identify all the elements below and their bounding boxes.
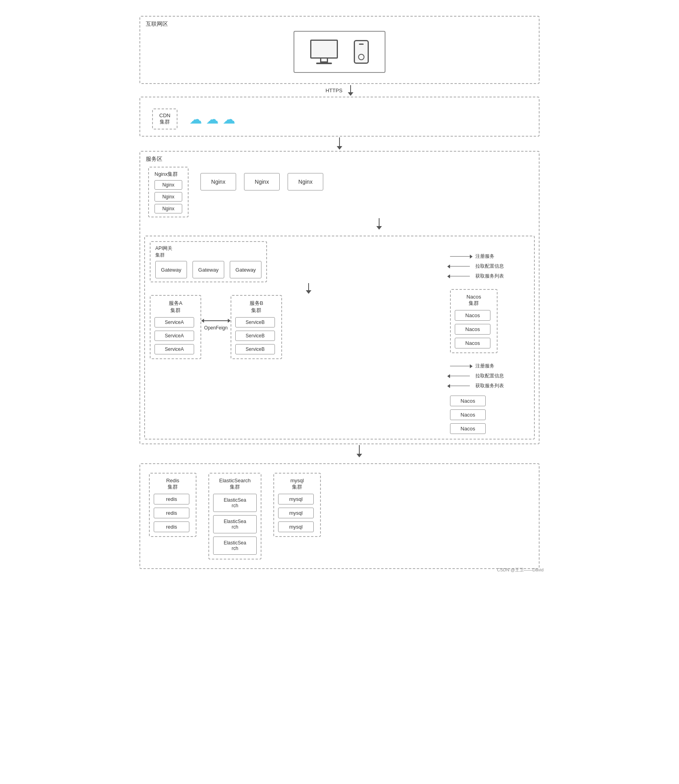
conn-label-5: 拉取配置信息 [475,373,504,379]
es-3: ElasticSearch [213,537,257,555]
conn-label-6: 获取服务列表 [475,382,504,389]
es-1: ElasticSearch [213,494,257,512]
cdn-to-service-arrow [139,137,540,150]
cdn-zone: CDN 集群 ☁ ☁ ☁ [139,97,540,137]
mysql-cluster: mysql 集群 mysql mysql mysql [273,473,321,537]
https-arrow [348,85,353,96]
of-arrow-left [201,319,204,323]
conn-label-4: 注册服务 [475,363,494,369]
openfeign-arrow [201,319,231,323]
s-db-arrow-wrap [357,445,362,458]
cdn-content: CDN 集群 ☁ ☁ ☁ [144,105,535,132]
es-2: ElasticSearch [213,515,257,533]
mysql-cluster-label: mysql 集群 [278,478,316,491]
nacos-top-instances: Nacos Nacos Nacos [455,310,493,348]
service-zone: 服务区 Nginx集群 Nginx Nginx Nginx Nginx Ngin… [139,151,540,444]
redis-1: redis [154,494,189,504]
conn-arrow-r-4 [450,366,470,367]
gateway-2: Gateway [193,261,224,278]
elasticsearch-instances: ElasticSearch ElasticSearch ElasticSearc… [213,494,257,555]
monitor-icon [310,40,338,64]
service-b-1: ServiceB [235,317,275,327]
conn-item-5: 拉取配置信息 [450,373,504,379]
nginx-in-cluster: Nginx Nginx Nginx [154,180,182,213]
gateway-nacos-zone: API网关 集群 Gateway Gateway Gateway [144,236,535,440]
service-a-3: ServiceA [154,344,194,354]
conn-arrow-r-1 [450,256,470,257]
elasticsearch-cluster-label: ElasticSearch 集群 [213,478,257,491]
nacos-bottom-instances: Nacos Nacos Nacos [450,396,486,434]
gw-arrow-line [308,283,309,290]
conn-item-3: 获取服务列表 [450,273,504,280]
s-db-arrow-head [357,454,362,457]
connections-top: 注册服务 拉取配置信息 获取服务列表 [450,253,504,280]
gateway-3: Gateway [230,261,261,278]
cloud-icon-1: ☁ [189,112,202,127]
nacos-bottom-2: Nacos [450,409,486,420]
internet-zone: 互联网区 [139,16,540,84]
cdn-arrow-wrap [337,137,342,150]
gw-arrow-head [306,290,311,294]
service-b-cluster: 服务B 集群 ServiceB ServiceB ServiceB [231,295,282,359]
nacos-top-3: Nacos [455,338,490,348]
cdn-cluster-label: CDN 集群 [159,112,170,126]
gw-arrow-wrap [306,283,311,294]
gateway-instances: Gateway Gateway Gateway [155,261,261,278]
service-b-instances: ServiceB ServiceB ServiceB [235,317,277,354]
gateway-right: 注册服务 拉取配置信息 获取服务列表 Nacos 集群 [450,241,529,434]
service-a-cluster: 服务A 集群 ServiceA ServiceA ServiceA [150,295,201,359]
internet-zone-label: 互联网区 [146,21,168,28]
nginx-instance-1: Nginx [200,173,236,190]
service-a-instances: ServiceA ServiceA ServiceA [154,317,196,354]
api-gateway-label: API网关 集群 [155,245,261,259]
nginx-cluster-box: Nginx集群 Nginx Nginx Nginx [148,167,189,217]
cdn-arrow-line [339,137,340,146]
main-diagram: 互联网区 HTTPS CDN 集群 [132,8,547,577]
service-a-2: ServiceA [154,331,194,341]
conn-label-1: 注册服务 [475,253,494,260]
service-a-label: 服务A 集群 [154,300,196,314]
https-label-wrap: HTTPS [326,85,354,96]
gateway-to-services-arrow [174,283,444,294]
of-line [204,320,228,321]
gateway-1: Gateway [155,261,187,278]
mysql-3: mysql [278,521,314,532]
internet-devices [147,23,532,77]
https-arrow-section: HTTPS [139,85,540,96]
mysql-2: mysql [278,508,314,518]
cdn-cloud-icons: ☁ ☁ ☁ [189,112,235,127]
nacos-bottom-3: Nacos [450,423,486,434]
nginx-instance-3: Nginx [288,173,323,190]
nginx-instances: Nginx Nginx Nginx [200,173,323,190]
nacos-cluster-top-label: Nacos 集群 [455,294,493,307]
connections-bottom: 注册服务 拉取配置信息 获取服务列表 [450,363,504,389]
nacos-cluster-top: Nacos 集群 Nacos Nacos Nacos [450,289,498,353]
service-to-db-arrow [179,445,540,458]
redis-cluster-label: Redis 集群 [154,478,192,491]
of-arrow-right [228,319,231,323]
service-a-1: ServiceA [154,317,194,327]
conn-arrow-l-5 [450,376,470,377]
nginx-arrow-line [379,218,380,226]
nginx-arrow-wrap [376,218,382,230]
conn-item-4: 注册服务 [450,363,504,369]
conn-arrow-l-2 [450,266,470,267]
elasticsearch-cluster: ElasticSearch 集群 ElasticSearch ElasticSe… [208,473,261,559]
db-zone: Redis 集群 redis redis redis ElasticSearch… [139,463,540,569]
mysql-instances: mysql mysql mysql [278,494,316,532]
service-b-label: 服务B 集群 [235,300,277,314]
monitor-screen [310,40,338,59]
redis-instances: redis redis redis [154,494,192,532]
nacos-top-1: Nacos [455,310,490,321]
nginx-arrow-head [376,226,382,230]
conn-label-3: 获取服务列表 [475,273,504,280]
watermark: CSDN @王卫——David [497,567,544,573]
nginx-cluster-label: Nginx集群 [154,171,182,178]
https-arrow-line [350,85,351,92]
monitor-stand [320,59,328,63]
gateway-left: API网关 集群 Gateway Gateway Gateway [150,241,444,359]
redis-2: redis [154,508,189,518]
nacos-top-2: Nacos [455,324,490,335]
cdn-arrow-head [337,146,342,150]
nginx-instance-2: Nginx [244,173,280,190]
